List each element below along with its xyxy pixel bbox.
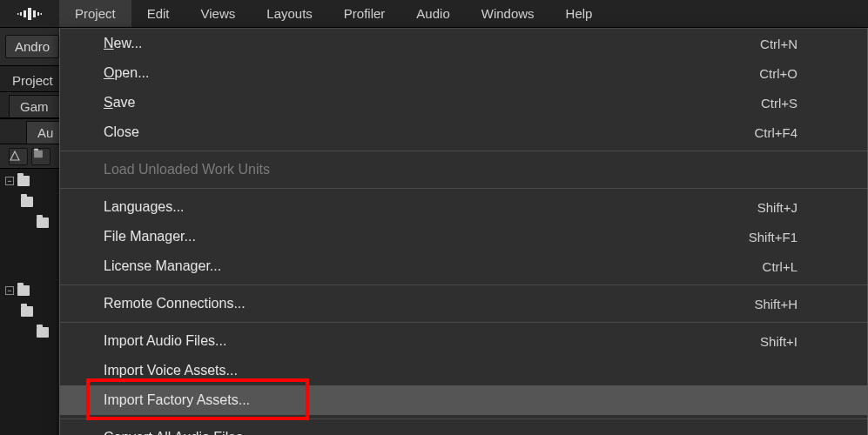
menu-item-label: Convert All Audio Files...	[104, 430, 797, 435]
menu-item-label: New...	[104, 36, 760, 51]
menu-item-save[interactable]: SaveCtrl+S	[60, 88, 867, 117]
svg-rect-4	[37, 12, 39, 16]
menu-item-import-voice-assets[interactable]: Import Voice Assets...	[60, 356, 867, 385]
platform-label: Andro	[15, 39, 50, 54]
menu-item-convert-all-audio-files[interactable]: Convert All Audio Files...	[60, 423, 867, 435]
menu-item-shortcut: Shift+H	[754, 297, 797, 311]
folder-icon	[37, 327, 49, 338]
menu-item-new[interactable]: New...Ctrl+N	[60, 29, 867, 58]
menu-item-remote-connections[interactable]: Remote Connections...Shift+H	[60, 289, 867, 318]
menu-item-label: Load Unloaded Work Units	[104, 162, 797, 177]
menu-item-import-factory-assets[interactable]: Import Factory Assets...	[60, 385, 867, 415]
menu-item-close[interactable]: CloseCtrl+F4	[60, 117, 867, 147]
menu-layouts[interactable]: Layouts	[251, 0, 328, 27]
menu-windows[interactable]: Windows	[466, 0, 550, 27]
platform-selector[interactable]: Andro	[5, 35, 59, 58]
svg-rect-2	[33, 10, 36, 17]
project-menu-dropdown: New...Ctrl+NOpen...Ctrl+OSaveCtrl+SClose…	[59, 28, 868, 435]
subtab-1-label: Au	[37, 125, 53, 140]
menu-help[interactable]: Help	[550, 0, 609, 27]
menu-item-shortcut: Shift+F1	[749, 230, 797, 244]
menu-audio[interactable]: Audio	[400, 0, 465, 27]
menu-item-shortcut: Ctrl+O	[759, 66, 797, 81]
menu-edit[interactable]: Edit	[131, 0, 185, 27]
menu-item-shortcut: Shift+I	[760, 334, 797, 349]
panel-tab-label: Project	[12, 73, 53, 88]
menu-separator	[60, 284, 867, 285]
menu-item-load-unloaded-work-units: Load Unloaded Work Units	[60, 155, 867, 184]
subtab-0[interactable]: Gam	[9, 95, 60, 117]
menu-item-label: Open...	[104, 65, 759, 81]
menu-item-shortcut: Ctrl+F4	[754, 125, 797, 140]
menu-item-label: Languages...	[104, 199, 757, 215]
menu-separator	[60, 151, 867, 151]
menu-item-label: File Manager...	[104, 229, 749, 244]
svg-rect-5	[17, 13, 19, 15]
svg-rect-3	[20, 12, 22, 16]
menu-item-shortcut: Ctrl+N	[760, 37, 797, 51]
menu-profiler[interactable]: Profiler	[328, 0, 401, 27]
menu-item-shortcut: Shift+J	[757, 200, 797, 215]
folder-icon	[21, 306, 33, 317]
panel-tab-project[interactable]: Project	[3, 70, 62, 91]
folder-icon	[17, 285, 30, 296]
menu-item-label: Import Factory Assets...	[104, 392, 797, 408]
subtab-0-label: Gam	[20, 99, 49, 114]
tree-collapse-icon[interactable]: −	[5, 286, 14, 295]
menu-item-shortcut: Ctrl+L	[763, 259, 797, 274]
menu-separator	[60, 418, 867, 419]
menu-item-shortcut: Ctrl+S	[761, 96, 797, 110]
menu-item-label: Remote Connections...	[104, 296, 754, 311]
menu-views[interactable]: Views	[185, 0, 252, 27]
menu-item-label: Close	[104, 124, 754, 140]
menu-item-label: Import Audio Files...	[104, 333, 760, 349]
menu-item-license-manager[interactable]: License Manager...Ctrl+L	[60, 251, 867, 281]
menu-item-languages[interactable]: Languages...Shift+J	[60, 192, 867, 222]
folder-icon	[17, 176, 30, 186]
folder-icon	[37, 218, 49, 228]
tree-view-mode-icon[interactable]	[9, 148, 28, 165]
app-logo-icon	[0, 0, 59, 27]
svg-rect-1	[24, 10, 26, 17]
menu-item-label: Save	[104, 95, 761, 110]
svg-rect-6	[41, 13, 43, 15]
menu-item-label: Import Voice Assets...	[104, 363, 797, 378]
menu-project[interactable]: Project	[59, 0, 131, 27]
menubar: ProjectEditViewsLayoutsProfilerAudioWind…	[0, 0, 868, 28]
tree-collapse-icon[interactable]: −	[5, 177, 14, 185]
folder-icon	[21, 197, 33, 207]
menu-item-import-audio-files[interactable]: Import Audio Files...Shift+I	[60, 326, 867, 356]
svg-rect-0	[28, 8, 31, 20]
svg-marker-7	[10, 151, 19, 160]
menu-separator	[60, 322, 867, 323]
menu-item-open[interactable]: Open...Ctrl+O	[60, 58, 867, 88]
menu-separator	[60, 188, 867, 189]
menu-item-file-manager[interactable]: File Manager...Shift+F1	[60, 222, 867, 251]
menu-item-label: License Manager...	[104, 258, 763, 274]
tree-folder-icon[interactable]	[31, 148, 50, 165]
